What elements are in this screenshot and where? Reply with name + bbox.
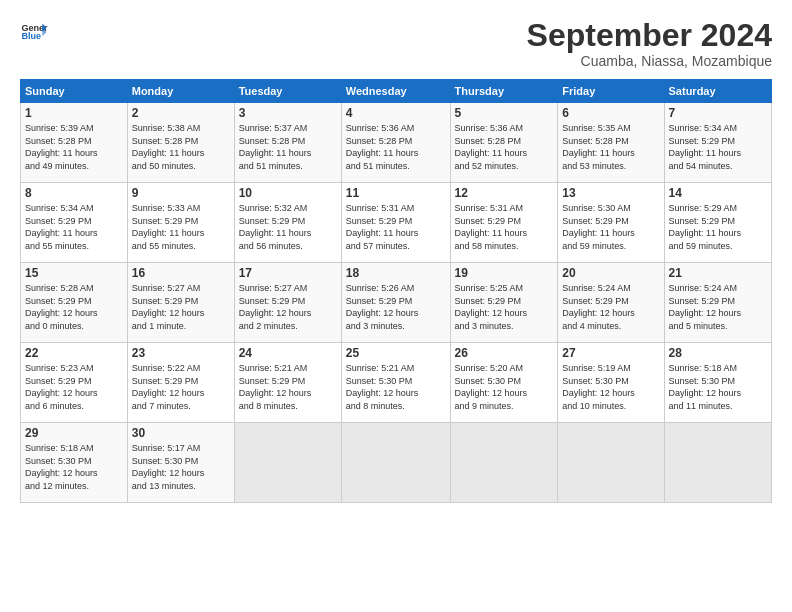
col-header-friday: Friday [558,80,664,103]
col-header-wednesday: Wednesday [341,80,450,103]
day-cell: 14Sunrise: 5:29 AM Sunset: 5:29 PM Dayli… [664,183,771,263]
day-cell: 30Sunrise: 5:17 AM Sunset: 5:30 PM Dayli… [127,423,234,503]
week-row-5: 29Sunrise: 5:18 AM Sunset: 5:30 PM Dayli… [21,423,772,503]
day-cell: 27Sunrise: 5:19 AM Sunset: 5:30 PM Dayli… [558,343,664,423]
day-number: 1 [25,106,123,120]
day-number: 9 [132,186,230,200]
day-number: 8 [25,186,123,200]
day-cell: 21Sunrise: 5:24 AM Sunset: 5:29 PM Dayli… [664,263,771,343]
day-detail: Sunrise: 5:23 AM Sunset: 5:29 PM Dayligh… [25,362,123,412]
day-detail: Sunrise: 5:27 AM Sunset: 5:29 PM Dayligh… [239,282,337,332]
day-cell: 26Sunrise: 5:20 AM Sunset: 5:30 PM Dayli… [450,343,558,423]
day-cell: 25Sunrise: 5:21 AM Sunset: 5:30 PM Dayli… [341,343,450,423]
col-header-thursday: Thursday [450,80,558,103]
day-cell: 1Sunrise: 5:39 AM Sunset: 5:28 PM Daylig… [21,103,128,183]
calendar-table: SundayMondayTuesdayWednesdayThursdayFrid… [20,79,772,503]
day-detail: Sunrise: 5:20 AM Sunset: 5:30 PM Dayligh… [455,362,554,412]
day-number: 15 [25,266,123,280]
day-number: 10 [239,186,337,200]
day-detail: Sunrise: 5:32 AM Sunset: 5:29 PM Dayligh… [239,202,337,252]
day-cell: 9Sunrise: 5:33 AM Sunset: 5:29 PM Daylig… [127,183,234,263]
day-number: 25 [346,346,446,360]
day-detail: Sunrise: 5:38 AM Sunset: 5:28 PM Dayligh… [132,122,230,172]
calendar-page: General Blue September 2024 Cuamba, Nias… [0,0,792,612]
day-detail: Sunrise: 5:17 AM Sunset: 5:30 PM Dayligh… [132,442,230,492]
day-cell: 23Sunrise: 5:22 AM Sunset: 5:29 PM Dayli… [127,343,234,423]
week-row-3: 15Sunrise: 5:28 AM Sunset: 5:29 PM Dayli… [21,263,772,343]
day-number: 5 [455,106,554,120]
calendar-header-row: SundayMondayTuesdayWednesdayThursdayFrid… [21,80,772,103]
day-cell: 12Sunrise: 5:31 AM Sunset: 5:29 PM Dayli… [450,183,558,263]
day-detail: Sunrise: 5:36 AM Sunset: 5:28 PM Dayligh… [455,122,554,172]
day-number: 19 [455,266,554,280]
day-detail: Sunrise: 5:35 AM Sunset: 5:28 PM Dayligh… [562,122,659,172]
title-block: September 2024 Cuamba, Niassa, Mozambiqu… [527,18,772,69]
day-detail: Sunrise: 5:30 AM Sunset: 5:29 PM Dayligh… [562,202,659,252]
day-number: 2 [132,106,230,120]
day-detail: Sunrise: 5:39 AM Sunset: 5:28 PM Dayligh… [25,122,123,172]
logo-icon: General Blue [20,18,48,46]
day-cell [450,423,558,503]
day-number: 7 [669,106,767,120]
day-number: 20 [562,266,659,280]
day-cell: 2Sunrise: 5:38 AM Sunset: 5:28 PM Daylig… [127,103,234,183]
month-title: September 2024 [527,18,772,53]
week-row-2: 8Sunrise: 5:34 AM Sunset: 5:29 PM Daylig… [21,183,772,263]
day-cell [341,423,450,503]
day-cell: 15Sunrise: 5:28 AM Sunset: 5:29 PM Dayli… [21,263,128,343]
day-detail: Sunrise: 5:28 AM Sunset: 5:29 PM Dayligh… [25,282,123,332]
day-number: 24 [239,346,337,360]
day-cell: 6Sunrise: 5:35 AM Sunset: 5:28 PM Daylig… [558,103,664,183]
day-number: 16 [132,266,230,280]
day-detail: Sunrise: 5:24 AM Sunset: 5:29 PM Dayligh… [669,282,767,332]
day-number: 29 [25,426,123,440]
day-detail: Sunrise: 5:24 AM Sunset: 5:29 PM Dayligh… [562,282,659,332]
day-number: 11 [346,186,446,200]
col-header-saturday: Saturday [664,80,771,103]
svg-text:Blue: Blue [21,31,41,41]
day-cell: 17Sunrise: 5:27 AM Sunset: 5:29 PM Dayli… [234,263,341,343]
day-cell: 3Sunrise: 5:37 AM Sunset: 5:28 PM Daylig… [234,103,341,183]
day-cell: 16Sunrise: 5:27 AM Sunset: 5:29 PM Dayli… [127,263,234,343]
day-cell: 8Sunrise: 5:34 AM Sunset: 5:29 PM Daylig… [21,183,128,263]
col-header-sunday: Sunday [21,80,128,103]
day-detail: Sunrise: 5:37 AM Sunset: 5:28 PM Dayligh… [239,122,337,172]
day-cell: 29Sunrise: 5:18 AM Sunset: 5:30 PM Dayli… [21,423,128,503]
day-number: 26 [455,346,554,360]
page-header: General Blue September 2024 Cuamba, Nias… [20,18,772,69]
day-cell [664,423,771,503]
week-row-1: 1Sunrise: 5:39 AM Sunset: 5:28 PM Daylig… [21,103,772,183]
day-detail: Sunrise: 5:34 AM Sunset: 5:29 PM Dayligh… [25,202,123,252]
day-number: 30 [132,426,230,440]
day-cell: 20Sunrise: 5:24 AM Sunset: 5:29 PM Dayli… [558,263,664,343]
day-cell: 4Sunrise: 5:36 AM Sunset: 5:28 PM Daylig… [341,103,450,183]
day-cell: 13Sunrise: 5:30 AM Sunset: 5:29 PM Dayli… [558,183,664,263]
day-detail: Sunrise: 5:31 AM Sunset: 5:29 PM Dayligh… [455,202,554,252]
day-detail: Sunrise: 5:19 AM Sunset: 5:30 PM Dayligh… [562,362,659,412]
day-detail: Sunrise: 5:18 AM Sunset: 5:30 PM Dayligh… [669,362,767,412]
day-number: 23 [132,346,230,360]
location-subtitle: Cuamba, Niassa, Mozambique [527,53,772,69]
day-cell: 28Sunrise: 5:18 AM Sunset: 5:30 PM Dayli… [664,343,771,423]
day-cell: 24Sunrise: 5:21 AM Sunset: 5:29 PM Dayli… [234,343,341,423]
day-cell: 18Sunrise: 5:26 AM Sunset: 5:29 PM Dayli… [341,263,450,343]
day-number: 3 [239,106,337,120]
day-detail: Sunrise: 5:21 AM Sunset: 5:30 PM Dayligh… [346,362,446,412]
day-detail: Sunrise: 5:31 AM Sunset: 5:29 PM Dayligh… [346,202,446,252]
day-number: 6 [562,106,659,120]
day-cell: 19Sunrise: 5:25 AM Sunset: 5:29 PM Dayli… [450,263,558,343]
day-cell: 11Sunrise: 5:31 AM Sunset: 5:29 PM Dayli… [341,183,450,263]
day-number: 13 [562,186,659,200]
calendar-body: 1Sunrise: 5:39 AM Sunset: 5:28 PM Daylig… [21,103,772,503]
day-number: 17 [239,266,337,280]
day-number: 22 [25,346,123,360]
day-number: 4 [346,106,446,120]
day-cell: 10Sunrise: 5:32 AM Sunset: 5:29 PM Dayli… [234,183,341,263]
day-detail: Sunrise: 5:33 AM Sunset: 5:29 PM Dayligh… [132,202,230,252]
day-detail: Sunrise: 5:27 AM Sunset: 5:29 PM Dayligh… [132,282,230,332]
col-header-tuesday: Tuesday [234,80,341,103]
day-number: 12 [455,186,554,200]
day-detail: Sunrise: 5:34 AM Sunset: 5:29 PM Dayligh… [669,122,767,172]
day-detail: Sunrise: 5:36 AM Sunset: 5:28 PM Dayligh… [346,122,446,172]
day-detail: Sunrise: 5:21 AM Sunset: 5:29 PM Dayligh… [239,362,337,412]
